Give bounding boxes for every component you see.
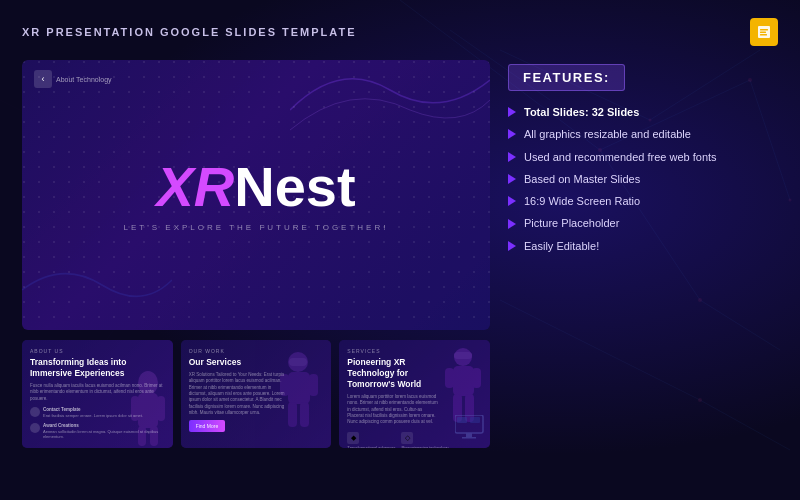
slide-1-icon-circle-2 [30,423,40,433]
slide-3-icon-label-2: Bioengineering technology [401,446,448,448]
feature-text-1: Total Slides: 32 Slides [524,105,639,119]
main-area: ‹ About Technology [22,60,778,448]
slide-3-tag: Services [347,348,482,354]
slide-3-body: Lorem aliquam porttitor lorem lacus euis… [347,394,439,425]
feature-bullet-7 [508,241,516,251]
small-slide-3: Services Pioneering XR Technology for To… [339,340,490,448]
slide-3-icon-1: ◆ Transformational advances [347,432,395,448]
find-more-button[interactable]: Find More [189,420,226,432]
feature-text-7: Easily Editable! [524,239,599,253]
main-title: XRNest [156,159,355,215]
page-title: XR PRESENTATION GOOGLE SLIDES TEMPLATE [22,26,357,38]
slide-1-tag: About Us [30,348,165,354]
feature-item-6: Picture Placeholder [508,216,778,230]
slide-3-heading: Pioneering XR Technology for Tomorrow's … [347,357,441,390]
google-slides-icon [750,18,778,46]
features-badge: FEATURES: [508,64,625,91]
feature-item-7: Easily Editable! [508,239,778,253]
svg-rect-22 [760,29,768,31]
slide-1-heading: Transforming Ideas into Immersive Experi… [30,357,165,379]
slide-1-icon-body-1: Erat facilisis semper ornare. Lorem ipsu… [43,413,143,418]
svg-rect-24 [760,34,767,36]
slide-1-icons-2: Award Creations Aenean sollicitudin lore… [30,423,165,439]
slide-3-icon-2: ◇ Bioengineering technology [401,432,448,448]
feature-item-3: Used and recommended free web fonts [508,150,778,164]
feature-item-1: Total Slides: 32 Slides [508,105,778,119]
main-subtitle: LET'S EXPLORE THE FUTURE TOGETHER! [124,223,389,232]
slide-2-content: Our Work Our Services XR Solutions Tailo… [181,340,332,448]
feature-text-4: Based on Master Slides [524,172,640,186]
feature-text-2: All graphics resizable and editable [524,127,691,141]
feature-item-2: All graphics resizable and editable [508,127,778,141]
feature-text-5: 16:9 Wide Screen Ratio [524,194,640,208]
svg-rect-23 [760,32,766,34]
slide-3-icon-row: ◆ Transformational advances ◇ Bioenginee… [347,432,482,448]
features-badge-text: FEATURES: [523,70,610,85]
feature-bullet-4 [508,174,516,184]
feature-item-5: 16:9 Wide Screen Ratio [508,194,778,208]
title-nest: Nest [234,155,355,218]
features-list: Total Slides: 32 Slides All graphics res… [508,105,778,253]
feature-bullet-5 [508,196,516,206]
feature-text-6: Picture Placeholder [524,216,619,230]
slide-3-content: Services Pioneering XR Technology for To… [339,340,490,448]
header: XR PRESENTATION GOOGLE SLIDES TEMPLATE [22,18,778,46]
feature-bullet-3 [508,152,516,162]
slide-1-icon-text-1: Contact Template Erat facilisis semper o… [43,407,143,418]
slide-3-icon-box-1: ◆ [347,432,359,444]
small-slide-1: About Us Transforming Ideas into Immersi… [22,340,173,448]
slide-1-icon-2: Award Creations Aenean sollicitudin lore… [30,423,165,439]
feature-bullet-6 [508,219,516,229]
feature-bullet-1 [508,107,516,117]
title-xr: XR [156,155,234,218]
slide-1-body: Fusce nulla aliquam iaculis lacus euismo… [30,383,165,402]
feature-item-4: Based on Master Slides [508,172,778,186]
slide-2-heading: Our Services [189,357,324,368]
slide-1-icon-text-2: Award Creations Aenean sollicitudin lore… [43,423,165,439]
slide-1-content: About Us Transforming Ideas into Immersi… [22,340,173,448]
bottom-slides: About Us Transforming Ideas into Immersi… [22,340,490,448]
slide-1-icon-body-2: Aenean sollicitudin lorem at magna. Quis… [43,429,165,439]
small-slide-2: Our Work Our Services XR Solutions Tailo… [181,340,332,448]
slide-2-tag: Our Work [189,348,324,354]
left-section: ‹ About Technology [22,60,490,448]
content-wrapper: XR PRESENTATION GOOGLE SLIDES TEMPLATE ‹… [0,0,800,462]
slide-1-icon-1: Contact Template Erat facilisis semper o… [30,407,143,418]
slide-3-icon-label-1: Transformational advances [347,446,395,448]
feature-bullet-2 [508,129,516,139]
slide-1-icons: Contact Template Erat facilisis semper o… [30,407,165,418]
right-section: FEATURES: Total Slides: 32 Slides All gr… [508,60,778,448]
main-slide-preview: ‹ About Technology [22,60,490,330]
slide-3-icon-box-2: ◇ [401,432,413,444]
slide-2-body: XR Solutions Tailored to Your Needs: Era… [189,372,290,416]
feature-text-3: Used and recommended free web fonts [524,150,717,164]
slide-1-icon-circle [30,407,40,417]
